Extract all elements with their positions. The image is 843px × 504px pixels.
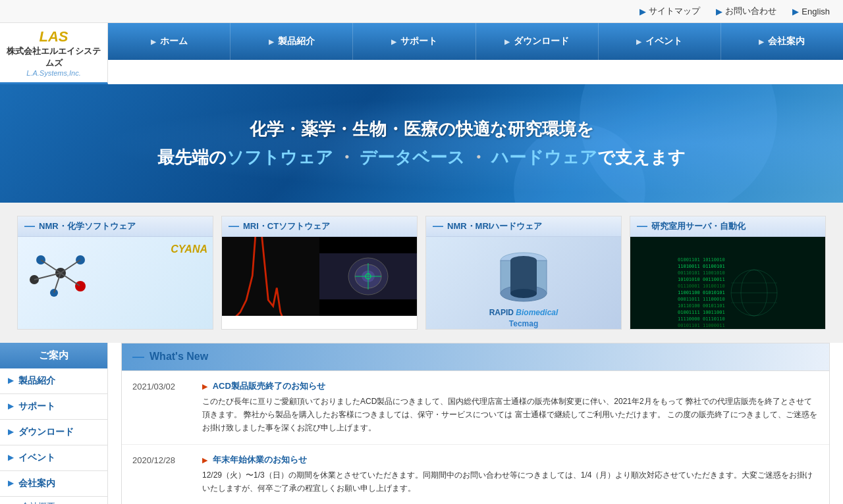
whats-new-header: — What's New (122, 343, 829, 371)
main-layout: ご案内 ▶ 製品紹介 ▶ サポート ▶ ダウンロード ▶ イベント ▶ 会社案内 (0, 343, 843, 504)
banner-hardware: ハードウェア (491, 147, 597, 167)
card-nmr-hw-header: — NMR・MRIハードウェア (426, 216, 621, 237)
banner-dot2: ・ (465, 147, 491, 167)
sidebar-item-products[interactable]: ▶ 製品紹介 (0, 368, 107, 394)
main-content: — What's New 2021/03/02 ▶ ACD製品販売終了のお知らせ… (108, 343, 843, 504)
main-nav: ▶ ホーム ▶ 製品紹介 ▶ サポート ▶ ダウンロード ▶ イベント ▶ 会社… (108, 23, 843, 60)
svg-text:11110000 01110110: 11110000 01110110 (678, 316, 725, 322)
card-server-img: 01001101 10110010 11010011 01100101 0011… (630, 237, 825, 330)
banner-text2: 最先端のソフトウェア ・ データベース ・ ハードウェアで支えます (157, 146, 686, 169)
news-content-1: ▶ ACD製品販売終了のお知らせ このたび長年に亘りご愛顧頂いておりましたACD… (202, 380, 819, 435)
nav-events[interactable]: ▶ イベント (599, 23, 721, 60)
banner-suffix: で支えます (597, 147, 686, 167)
card-mri-ct-img (222, 237, 417, 316)
mnova-label: Mnova (23, 326, 57, 330)
wn-dash-icon: — (132, 350, 144, 364)
svg-text:11010011 01100101: 11010011 01100101 (678, 264, 725, 269)
news-date-2: 2020/12/28 (132, 454, 192, 495)
card-nmr-hw-img: RAPID Biomedical Tecmag Doty Scientific (426, 237, 621, 330)
nav-arrow: ▶ (151, 38, 156, 45)
whats-new-section: — What's New 2021/03/02 ▶ ACD製品販売終了のお知らせ… (121, 343, 830, 504)
rapid-label: RAPID Biomedical (489, 308, 558, 318)
logo-subtitle: L.A.Systems,Inc. (26, 69, 81, 77)
news-arrow-icon: ▶ (202, 382, 207, 390)
nav-home[interactable]: ▶ ホーム (108, 23, 231, 60)
svg-text:01001111 10011001: 01001111 10011001 (678, 310, 725, 315)
sidebar-item-company[interactable]: ▶ 会社案内 (0, 471, 107, 497)
nav-arrow: ▶ (759, 38, 764, 45)
sidebar-arrow-icon: ▶ (8, 479, 13, 488)
card-nmr-chem-header: — NMR・化学ソフトウェア (18, 216, 213, 237)
sidebar-header: ご案内 (0, 343, 107, 368)
whats-new-title: What's New (150, 351, 208, 363)
card-server[interactable]: — 研究室用サーバ・自動化 01001101 10110010 11010011… (630, 216, 826, 330)
sidebar-arrow-icon: ▶ (8, 402, 13, 411)
svg-text:10101010 00110011: 10101010 00110011 (678, 277, 725, 282)
news-link-1[interactable]: ACD製品販売終了のお知らせ (213, 381, 325, 391)
card-mri-ct-header: — MRI・CTソフトウェア (222, 216, 417, 237)
left-sidebar: ご案内 ▶ 製品紹介 ▶ サポート ▶ ダウンロード ▶ イベント ▶ 会社案内 (0, 343, 108, 504)
banner-prefix: 最先端の (157, 147, 227, 167)
svg-text:00011011 11100010: 00011011 11100010 (678, 297, 725, 302)
card-nmr-hw[interactable]: — NMR・MRIハードウェア RAPID Biomedical (425, 216, 622, 330)
svg-point-24 (510, 289, 537, 298)
nav-area: LAS 株式会社エルエイシステムズ L.A.Systems,Inc. ▶ ホーム… (0, 23, 843, 84)
english-link[interactable]: ▶ English (792, 5, 830, 17)
banner: 化学・薬学・生物・医療の快適な研究環境を 最先端のソフトウェア ・ データベース… (0, 84, 843, 203)
news-date-1: 2021/03/02 (132, 380, 192, 435)
news-content-2: ▶ 年末年始休業のお知らせ 12/29（火）〜1/3（日）の期間を休業とさせてい… (202, 454, 819, 495)
svg-line-7 (61, 260, 80, 273)
card-nmr-chem-img: CYANA Mnova (18, 237, 213, 330)
sidebar-item-support[interactable]: ▶ サポート (0, 394, 107, 420)
arrow-icon: ▶ (639, 7, 646, 16)
spectrum-chart (222, 237, 319, 316)
svg-line-6 (41, 260, 61, 273)
banner-dot1: ・ (333, 147, 360, 167)
contact-link[interactable]: ▶ お問い合わせ (716, 5, 776, 17)
sidebar-item-download[interactable]: ▶ ダウンロード (0, 420, 107, 445)
news-link-2[interactable]: 年末年始休業のお知らせ (213, 455, 307, 465)
svg-text:11001100 01010101: 11001100 01010101 (678, 290, 725, 295)
nav-arrow: ▶ (269, 38, 274, 45)
svg-text:10110100 00101101: 10110100 00101101 (678, 303, 725, 309)
news-arrow-icon: ▶ (202, 456, 207, 464)
news-body-2: 12/29（火）〜1/3（日）の期間を休業とさせていただきます。同期間中のお問い… (202, 468, 819, 495)
banner-text1: 化学・薬学・生物・医療の快適な研究環境を (250, 118, 594, 141)
product-cards: — NMR・化学ソフトウェア (0, 203, 843, 343)
tecmag-label: Tecmag (509, 319, 538, 328)
nav-products[interactable]: ▶ 製品紹介 (231, 23, 353, 60)
logo-company: 株式会社エルエイシステムズ (5, 45, 102, 69)
sitemap-link[interactable]: ▶ サイトマップ (639, 5, 700, 17)
banner-software: ソフトウェア (227, 147, 333, 167)
svg-text:01110001 10100110: 01110001 10100110 (678, 284, 725, 289)
nav-arrow: ▶ (391, 38, 396, 45)
svg-text:00101101 11000011: 00101101 11000011 (678, 323, 725, 328)
nav-download[interactable]: ▶ ダウンロード (476, 23, 599, 60)
nav-company[interactable]: ▶ 会社案内 (721, 23, 843, 60)
sidebar-sub-overview[interactable]: ▶ 会社概要 (0, 497, 107, 504)
sidebar-item-events[interactable]: ▶ イベント (0, 445, 107, 471)
cyana-label: CYANA (171, 243, 207, 255)
nav-arrow: ▶ (636, 38, 641, 45)
svg-line-9 (61, 273, 80, 286)
nav-support[interactable]: ▶ サポート (353, 23, 476, 60)
card-server-header: — 研究室用サーバ・自動化 (630, 216, 825, 237)
top-bar: ▶ サイトマップ ▶ お問い合わせ ▶ English (0, 0, 843, 23)
sidebar-arrow-icon: ▶ (8, 453, 13, 462)
arrow-icon: ▶ (716, 7, 722, 16)
svg-text:00110101 11001010: 00110101 11001010 (678, 270, 725, 276)
logo-panel: LAS 株式会社エルエイシステムズ L.A.Systems,Inc. (0, 23, 108, 84)
card-mri-ct[interactable]: — MRI・CTソフトウェア (221, 216, 418, 330)
banner-database: データベース (360, 147, 465, 167)
card-nmr-chem[interactable]: — NMR・化学ソフトウェア (17, 216, 213, 330)
logo-las: LAS (40, 28, 68, 45)
svg-text:01001101 10110010: 01001101 10110010 (678, 257, 725, 263)
server-matrix-svg: 01001101 10110010 11010011 01100101 0011… (675, 253, 780, 329)
news-body-1: このたび長年に亘りご愛顧頂いておりましたACD製品につきまして、国内総代理店富士… (202, 395, 819, 435)
arrow-icon: ▶ (792, 7, 799, 16)
nav-arrow: ▶ (504, 38, 510, 45)
molecule-svg (21, 240, 100, 306)
sidebar-arrow-icon: ▶ (8, 376, 13, 385)
brain-scan-svg (345, 253, 391, 299)
mri-cylinder-svg (484, 247, 563, 307)
